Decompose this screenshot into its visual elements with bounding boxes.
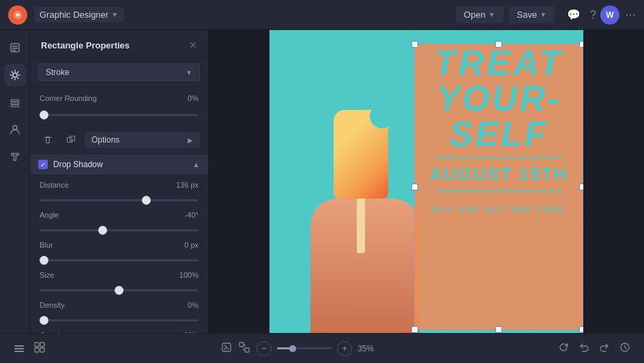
icon-bar bbox=[0, 30, 30, 333]
topbar-icons: 💬 ? bbox=[567, 8, 596, 21]
svg-rect-3 bbox=[12, 48, 18, 49]
svg-rect-21 bbox=[245, 348, 249, 352]
shadow-properties: Distance 136 px Angle -40° Blur 0 px bbox=[30, 175, 208, 333]
zoom-track bbox=[277, 347, 332, 349]
handle-mid-right[interactable] bbox=[579, 184, 583, 190]
sidebar-item-layers[interactable] bbox=[4, 91, 26, 113]
refresh-icon[interactable] bbox=[558, 342, 569, 355]
corner-rounding-value: 0% bbox=[188, 94, 199, 102]
poster-treat-line1: TREAT bbox=[420, 45, 578, 81]
options-button[interactable]: Options ▶ bbox=[85, 132, 200, 148]
handle-bot-left[interactable] bbox=[411, 326, 418, 333]
options-chevron-icon: ▶ bbox=[188, 136, 193, 144]
duplicate-button[interactable] bbox=[61, 130, 80, 149]
undo-icon[interactable] bbox=[579, 342, 589, 355]
stroke-label: Stroke bbox=[46, 68, 70, 77]
app-logo bbox=[8, 5, 27, 25]
more-icon[interactable]: ⋯ bbox=[625, 8, 636, 21]
handle-top-right[interactable] bbox=[579, 41, 583, 48]
distance-slider[interactable] bbox=[40, 199, 199, 201]
blur-row: Blur 0 px bbox=[40, 241, 199, 249]
app-name-btn[interactable]: Graphic Designer ▼ bbox=[34, 7, 123, 23]
sidebar-item-text[interactable] bbox=[4, 146, 26, 168]
density-slider[interactable] bbox=[40, 319, 199, 321]
bottombar-left bbox=[14, 342, 45, 355]
poster-yourself-text: YOUR-SELF bbox=[420, 81, 578, 151]
svg-rect-16 bbox=[40, 343, 44, 347]
handle-bot-right[interactable] bbox=[579, 326, 583, 333]
save-button[interactable]: Save ▼ bbox=[509, 6, 555, 23]
svg-rect-13 bbox=[14, 348, 24, 349]
canvas-content: TREAT YOUR-SELF AUGUST 15TH BUY ONE GET … bbox=[269, 30, 583, 333]
blur-slider[interactable] bbox=[40, 259, 199, 261]
topbar: Graphic Designer ▼ Open ▼ Save ▼ 💬 ? W ⋯ bbox=[0, 0, 644, 30]
svg-rect-4 bbox=[12, 50, 16, 51]
svg-rect-17 bbox=[35, 348, 39, 352]
poster-text: TREAT YOUR-SELF AUGUST 15TH BUY ONE GET … bbox=[420, 45, 578, 214]
popsicle-hand bbox=[310, 199, 420, 333]
poster-date: AUGUST 15TH bbox=[420, 164, 578, 185]
help-icon[interactable]: ? bbox=[590, 9, 596, 21]
density-label: Density bbox=[40, 301, 65, 309]
zoom-in-button[interactable]: + bbox=[337, 341, 352, 356]
history-icon[interactable] bbox=[619, 342, 630, 355]
chat-icon[interactable]: 💬 bbox=[567, 8, 581, 21]
drop-shadow-checkbox[interactable]: ✓ bbox=[38, 160, 48, 169]
open-chevron-icon: ▼ bbox=[488, 11, 495, 18]
stroke-chevron-icon: ▼ bbox=[186, 69, 192, 76]
distance-label: Distance bbox=[40, 181, 69, 189]
blur-label: Blur bbox=[40, 241, 53, 249]
poster-promo: BUY ONE GET ONE FREE bbox=[420, 205, 578, 214]
svg-rect-14 bbox=[14, 351, 24, 352]
stroke-section: Stroke ▼ bbox=[30, 58, 208, 87]
density-slider-row bbox=[40, 312, 199, 324]
sidebar-item-users[interactable] bbox=[4, 119, 26, 141]
svg-rect-12 bbox=[14, 345, 24, 347]
canvas-area[interactable]: TREAT YOUR-SELF AUGUST 15TH BUY ONE GET … bbox=[209, 30, 644, 333]
svg-rect-6 bbox=[11, 100, 19, 102]
main-layout: Rectangle Properties ✕ Stroke ▼ Corner R… bbox=[0, 30, 644, 333]
properties-panel: Rectangle Properties ✕ Stroke ▼ Corner R… bbox=[30, 30, 209, 333]
poster-divider2 bbox=[435, 190, 562, 192]
angle-slider[interactable] bbox=[40, 229, 199, 231]
bottombar: − + 35% bbox=[0, 333, 644, 363]
popsicle-bite bbox=[370, 104, 394, 128]
poster-divider bbox=[435, 157, 562, 158]
blur-value: 0 px bbox=[184, 241, 199, 249]
distance-row: Distance 136 px bbox=[40, 181, 199, 189]
panel-close-button[interactable]: ✕ bbox=[189, 40, 197, 50]
corner-rounding-label: Corner Rounding bbox=[40, 94, 97, 102]
size-value: 100% bbox=[179, 271, 199, 279]
popsicle-illustration bbox=[297, 83, 433, 333]
app-name-label: Graphic Designer bbox=[40, 10, 108, 20]
avatar[interactable]: W bbox=[600, 5, 619, 25]
save-chevron-icon: ▼ bbox=[540, 11, 546, 18]
sidebar-item-settings[interactable] bbox=[4, 64, 26, 86]
transform-icon[interactable] bbox=[239, 342, 250, 355]
corner-rounding-slider[interactable] bbox=[40, 114, 199, 116]
distance-value: 136 px bbox=[176, 181, 199, 189]
grid-icon[interactable] bbox=[34, 342, 45, 355]
zoom-out-button[interactable]: − bbox=[257, 341, 272, 356]
stroke-select[interactable]: Stroke ▼ bbox=[38, 63, 200, 81]
drop-shadow-collapse-icon[interactable]: ▲ bbox=[192, 160, 200, 169]
handle-bot-mid[interactable] bbox=[495, 326, 502, 333]
layers-icon[interactable] bbox=[14, 342, 25, 355]
angle-slider-row bbox=[40, 222, 199, 234]
zoom-thumb[interactable] bbox=[289, 345, 296, 352]
resize-icon[interactable] bbox=[221, 342, 232, 355]
trash-button[interactable] bbox=[38, 130, 57, 149]
angle-row: Angle -40° bbox=[40, 211, 199, 219]
handle-top-left[interactable] bbox=[411, 41, 418, 48]
options-label: Options bbox=[91, 135, 119, 145]
distance-slider-row bbox=[40, 192, 199, 204]
corner-rounding-section: Corner Rounding 0% bbox=[30, 87, 208, 126]
zoom-controls: − + 35% bbox=[257, 341, 382, 356]
svg-rect-7 bbox=[11, 102, 19, 104]
handle-mid-left[interactable] bbox=[411, 184, 418, 190]
redo-icon[interactable] bbox=[599, 342, 610, 355]
size-slider[interactable] bbox=[40, 289, 199, 291]
sidebar-item-home[interactable] bbox=[4, 37, 26, 59]
open-button[interactable]: Open ▼ bbox=[456, 6, 503, 23]
svg-rect-8 bbox=[11, 105, 19, 107]
